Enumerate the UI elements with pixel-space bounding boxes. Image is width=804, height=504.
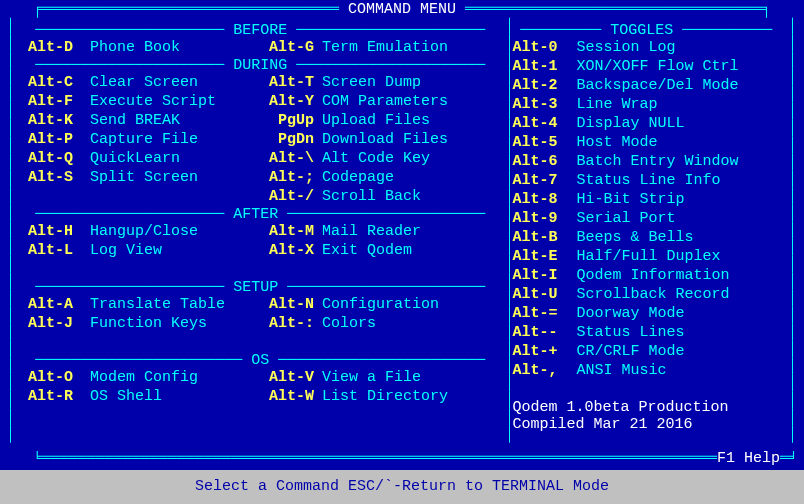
key-left[interactable]: Alt-O <box>28 370 90 385</box>
label-right: List Directory <box>322 389 448 404</box>
key-right[interactable]: Alt-N <box>260 297 322 312</box>
toggle-label: XON/XOFF Flow Ctrl <box>577 59 739 74</box>
label-right: Exit Qodem <box>322 243 412 258</box>
key-right[interactable]: Alt-X <box>260 243 322 258</box>
toggle-row: Alt-EHalf/Full Duplex <box>513 248 780 265</box>
menu-row: Alt-/Scroll Back <box>28 188 493 205</box>
toggle-key[interactable]: Alt-E <box>513 249 577 264</box>
spacer-row <box>28 334 493 351</box>
key-right[interactable]: Alt-V <box>260 370 322 385</box>
key-left[interactable]: Alt-H <box>28 224 90 239</box>
toggle-label: Hi-Bit Strip <box>577 192 685 207</box>
key-left[interactable]: Alt-J <box>28 316 90 331</box>
toggle-key[interactable]: Alt-U <box>513 287 577 302</box>
toggle-label: Session Log <box>577 40 676 55</box>
menu-row: Alt-QQuickLearnAlt-\Alt Code Key <box>28 150 493 167</box>
key-left[interactable]: Alt-Q <box>28 151 90 166</box>
key-right[interactable]: Alt-: <box>260 316 322 331</box>
label-left: Phone Book <box>90 40 260 55</box>
toggle-key[interactable]: Alt-4 <box>513 116 577 131</box>
label-right: Screen Dump <box>322 75 421 90</box>
toggle-key[interactable]: Alt-, <box>513 363 577 378</box>
toggle-key[interactable]: Alt-1 <box>513 59 577 74</box>
menu-row: Alt-DPhone BookAlt-GTerm Emulation <box>28 39 493 56</box>
key-left[interactable]: Alt-C <box>28 75 90 90</box>
toggle-label: Qodem Information <box>577 268 730 283</box>
toggle-key[interactable]: Alt-7 <box>513 173 577 188</box>
key-left[interactable]: Alt-S <box>28 170 90 185</box>
key-right[interactable]: PgUp <box>260 113 322 128</box>
label-right: Mail Reader <box>322 224 421 239</box>
section-header-during: ───────────────────── DURING ───────────… <box>28 58 493 73</box>
key-right[interactable]: PgDn <box>260 132 322 147</box>
toggle-row: Alt-7Status Line Info <box>513 172 780 189</box>
key-left[interactable]: Alt-D <box>28 40 90 55</box>
key-left[interactable]: Alt-F <box>28 94 90 109</box>
toggle-key[interactable]: Alt-3 <box>513 97 577 112</box>
key-left[interactable]: Alt-L <box>28 243 90 258</box>
toggle-row: Alt-1XON/XOFF Flow Ctrl <box>513 58 780 75</box>
window-frame-top: ╒═════════════════════════════════ COMMA… <box>6 2 798 17</box>
toggle-key[interactable]: Alt-= <box>513 306 577 321</box>
menu-row: Alt-PCapture FilePgDnDownload Files <box>28 131 493 148</box>
key-right[interactable]: Alt-M <box>260 224 322 239</box>
toggle-label: Display NULL <box>577 116 685 131</box>
window-title: COMMAND MENU <box>348 1 456 18</box>
toggle-label: Serial Port <box>577 211 676 226</box>
label-right: COM Parameters <box>322 94 448 109</box>
toggle-row: Alt-+CR/CRLF Mode <box>513 343 780 360</box>
status-text: Select a Command ESC/`-Return to TERMINA… <box>195 478 609 495</box>
toggle-row: Alt-0Session Log <box>513 39 780 56</box>
label-right: Scroll Back <box>322 189 421 204</box>
label-right: Term Emulation <box>322 40 448 55</box>
key-left[interactable]: Alt-R <box>28 389 90 404</box>
toggle-row: Alt-8Hi-Bit Strip <box>513 191 780 208</box>
key-left[interactable]: Alt-K <box>28 113 90 128</box>
toggle-key[interactable]: Alt-B <box>513 230 577 245</box>
key-right[interactable]: Alt-G <box>260 40 322 55</box>
label-left: Send BREAK <box>90 113 260 128</box>
toggle-key[interactable]: Alt-2 <box>513 78 577 93</box>
version-text: Qodem 1.0beta Production <box>513 400 780 415</box>
label-left: Translate Table <box>90 297 260 312</box>
label-right: Configuration <box>322 297 439 312</box>
toggle-key[interactable]: Alt-0 <box>513 40 577 55</box>
key-right[interactable]: Alt-\ <box>260 151 322 166</box>
toggle-row: Alt-,ANSI Music <box>513 362 780 379</box>
section-header-os: ─────────────────────── OS ─────────────… <box>28 353 493 368</box>
window-frame-left: │││││││││││││││││││││││││ <box>6 18 16 462</box>
section-header-setup: ───────────────────── SETUP ────────────… <box>28 280 493 295</box>
key-right[interactable]: Alt-W <box>260 389 322 404</box>
key-left[interactable]: Alt-P <box>28 132 90 147</box>
toggle-key[interactable]: Alt-8 <box>513 192 577 207</box>
section-header-before: ───────────────────── BEFORE ───────────… <box>28 23 493 38</box>
menu-row: Alt-SSplit ScreenAlt-;Codepage <box>28 169 493 186</box>
right-column: ───────── TOGGLES ──────────Alt-0Session… <box>505 18 788 434</box>
toggle-row: Alt-UScrollback Record <box>513 286 780 303</box>
toggle-key[interactable]: Alt-9 <box>513 211 577 226</box>
label-left: Clear Screen <box>90 75 260 90</box>
key-left[interactable]: Alt-A <box>28 297 90 312</box>
toggle-key[interactable]: Alt-5 <box>513 135 577 150</box>
label-right: View a File <box>322 370 421 385</box>
toggle-label: Host Mode <box>577 135 658 150</box>
menu-row: Alt-OModem ConfigAlt-VView a File <box>28 369 493 386</box>
toggle-row: Alt-=Doorway Mode <box>513 305 780 322</box>
section-header-toggles: ───────── TOGGLES ────────── <box>513 23 780 38</box>
key-right[interactable]: Alt-; <box>260 170 322 185</box>
label-left: Execute Script <box>90 94 260 109</box>
label-right: Upload Files <box>322 113 430 128</box>
label-right: Colors <box>322 316 376 331</box>
key-right[interactable]: Alt-T <box>260 75 322 90</box>
menu-row: Alt-ATranslate TableAlt-NConfiguration <box>28 296 493 313</box>
toggle-key[interactable]: Alt-- <box>513 325 577 340</box>
left-column: ───────────────────── BEFORE ───────────… <box>16 18 505 434</box>
toggle-label: ANSI Music <box>577 363 667 378</box>
key-right[interactable]: Alt-Y <box>260 94 322 109</box>
toggle-key[interactable]: Alt-6 <box>513 154 577 169</box>
toggle-label: Half/Full Duplex <box>577 249 721 264</box>
key-right[interactable]: Alt-/ <box>260 189 322 204</box>
label-left: QuickLearn <box>90 151 260 166</box>
toggle-key[interactable]: Alt-I <box>513 268 577 283</box>
toggle-key[interactable]: Alt-+ <box>513 344 577 359</box>
